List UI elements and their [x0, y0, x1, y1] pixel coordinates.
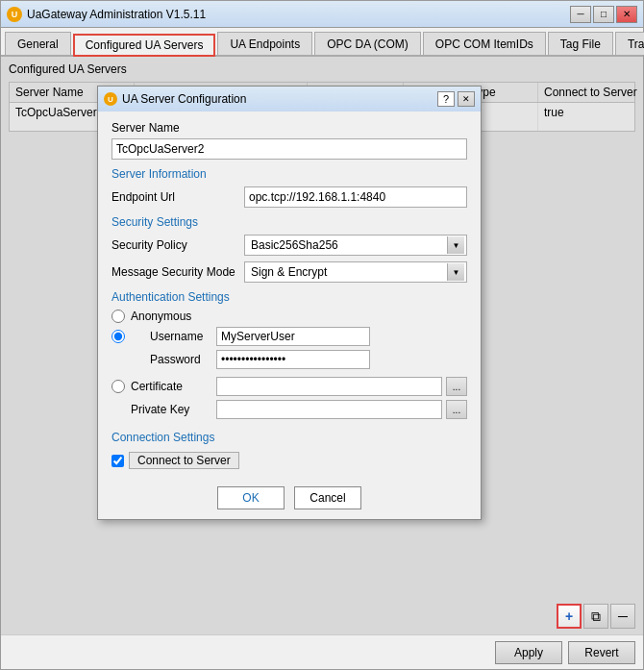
- tab-bar: General Configured UA Servers UA Endpoin…: [1, 28, 643, 57]
- message-security-mode-value: Sign & Encrypt: [247, 265, 447, 279]
- modal-help-button[interactable]: ?: [437, 91, 455, 107]
- password-input[interactable]: [216, 350, 370, 369]
- server-name-label: Server Name: [111, 121, 467, 135]
- tab-opc-com-itemids[interactable]: OPC COM ItemIDs: [423, 32, 546, 55]
- delete-server-button[interactable]: ─: [610, 604, 635, 629]
- security-policy-dropdown-arrow: ▼: [447, 236, 464, 254]
- title-buttons: ─ □ ✕: [570, 6, 637, 23]
- security-policy-dropdown-container: Basic256Sha256 ▼: [244, 235, 467, 256]
- close-button[interactable]: ✕: [616, 6, 637, 23]
- apply-button[interactable]: Apply: [495, 641, 562, 664]
- action-icons: + ⧉ ─: [557, 604, 635, 629]
- minimize-button[interactable]: ─: [570, 6, 591, 23]
- server-name-input[interactable]: [111, 138, 467, 160]
- ua-server-config-modal: U UA Server Configuration ? ✕ Server Nam…: [97, 86, 482, 520]
- bottom-bar: Apply Revert: [1, 634, 643, 669]
- modal-footer: OK Cancel: [98, 479, 481, 519]
- username-radio[interactable]: [111, 330, 125, 343]
- ok-button[interactable]: OK: [217, 486, 285, 509]
- modal-title-bar: U UA Server Configuration ? ✕: [98, 87, 481, 112]
- endpoint-url-label: Endpoint Url: [111, 190, 236, 204]
- server-information-header: Server Information: [111, 167, 467, 181]
- message-security-mode-dropdown[interactable]: Sign & Encrypt ▼: [244, 261, 467, 283]
- modal-close-button[interactable]: ✕: [458, 91, 475, 107]
- anonymous-radio[interactable]: [111, 310, 125, 323]
- private-key-label: Private Key: [131, 403, 212, 416]
- endpoint-url-row: Endpoint Url: [111, 186, 467, 208]
- tab-trace[interactable]: Trace: [615, 32, 644, 55]
- endpoint-url-input-container: [244, 186, 467, 208]
- certificate-row: Certificate ...: [131, 377, 467, 396]
- connection-settings-header: Connection Settings: [111, 431, 467, 444]
- window-title: UaGateway Administration V1.5.11: [27, 8, 206, 21]
- certificate-section: Certificate ... Private Key ...: [131, 377, 467, 423]
- password-label: Password: [150, 353, 212, 366]
- username-row: Username: [150, 327, 370, 346]
- connect-to-server-checkbox[interactable]: [111, 455, 124, 467]
- tab-general[interactable]: General: [5, 32, 71, 55]
- add-server-button[interactable]: +: [557, 604, 582, 629]
- private-key-input[interactable]: [216, 400, 442, 419]
- maximize-button[interactable]: □: [593, 6, 614, 23]
- modal-title-left: U UA Server Configuration: [104, 92, 246, 106]
- tab-configured-ua-servers[interactable]: Configured UA Servers: [73, 34, 216, 57]
- anonymous-label: Anonymous: [131, 310, 191, 323]
- connect-to-server-row: Connect to Server: [111, 452, 467, 469]
- username-label: Username: [150, 330, 212, 343]
- certificate-radio-row: Certificate ... Private Key ...: [111, 377, 467, 423]
- security-policy-value: Basic256Sha256: [247, 238, 447, 252]
- auth-section: Anonymous Username Passw: [111, 310, 467, 423]
- security-settings-header: Security Settings: [111, 215, 467, 229]
- certificate-label: Certificate: [131, 380, 212, 393]
- modal-app-icon: U: [104, 92, 117, 106]
- modal-title-text: UA Server Configuration: [122, 92, 246, 106]
- security-policy-label: Security Policy: [111, 238, 236, 252]
- message-security-mode-dropdown-arrow: ▼: [447, 263, 464, 281]
- private-key-browse-button[interactable]: ...: [446, 400, 467, 419]
- username-password-section: Username Password: [150, 327, 370, 373]
- certificate-input[interactable]: [216, 377, 442, 396]
- username-radio-row: Username Password: [111, 327, 467, 373]
- connection-section: Connect to Server: [111, 452, 467, 469]
- message-security-mode-dropdown-container: Sign & Encrypt ▼: [244, 261, 467, 283]
- security-policy-row: Security Policy Basic256Sha256 ▼: [111, 235, 467, 256]
- modal-buttons: ? ✕: [437, 91, 475, 107]
- copy-server-button[interactable]: ⧉: [583, 604, 608, 629]
- main-content: Configured UA Servers Server Name Server…: [1, 57, 643, 634]
- private-key-row: Private Key ...: [131, 400, 467, 419]
- modal-body: Server Name Server Information Endpoint …: [98, 112, 481, 479]
- tab-opc-da-com[interactable]: OPC DA (COM): [314, 32, 421, 55]
- title-bar-left: U UaGateway Administration V1.5.11: [7, 7, 206, 22]
- main-window: U UaGateway Administration V1.5.11 ─ □ ✕…: [0, 0, 644, 670]
- authentication-settings-header: Authentication Settings: [111, 290, 467, 304]
- title-bar: U UaGateway Administration V1.5.11 ─ □ ✕: [1, 1, 643, 28]
- certificate-browse-button[interactable]: ...: [446, 377, 467, 396]
- message-security-mode-label: Message Security Mode: [111, 265, 236, 279]
- endpoint-url-input[interactable]: [244, 186, 467, 208]
- app-icon: U: [7, 7, 22, 22]
- modal-overlay: U UA Server Configuration ? ✕ Server Nam…: [1, 57, 643, 634]
- connect-to-server-label: Connect to Server: [129, 452, 239, 469]
- security-policy-dropdown[interactable]: Basic256Sha256 ▼: [244, 235, 467, 256]
- anonymous-radio-row: Anonymous: [111, 310, 467, 323]
- tab-ua-endpoints[interactable]: UA Endpoints: [217, 32, 312, 55]
- revert-button[interactable]: Revert: [568, 641, 635, 664]
- password-row: Password: [150, 350, 370, 369]
- certificate-radio[interactable]: [111, 380, 125, 393]
- message-security-mode-row: Message Security Mode Sign & Encrypt ▼: [111, 261, 467, 283]
- tab-tag-file[interactable]: Tag File: [548, 32, 613, 55]
- cancel-button[interactable]: Cancel: [294, 486, 361, 509]
- username-input[interactable]: [216, 327, 370, 346]
